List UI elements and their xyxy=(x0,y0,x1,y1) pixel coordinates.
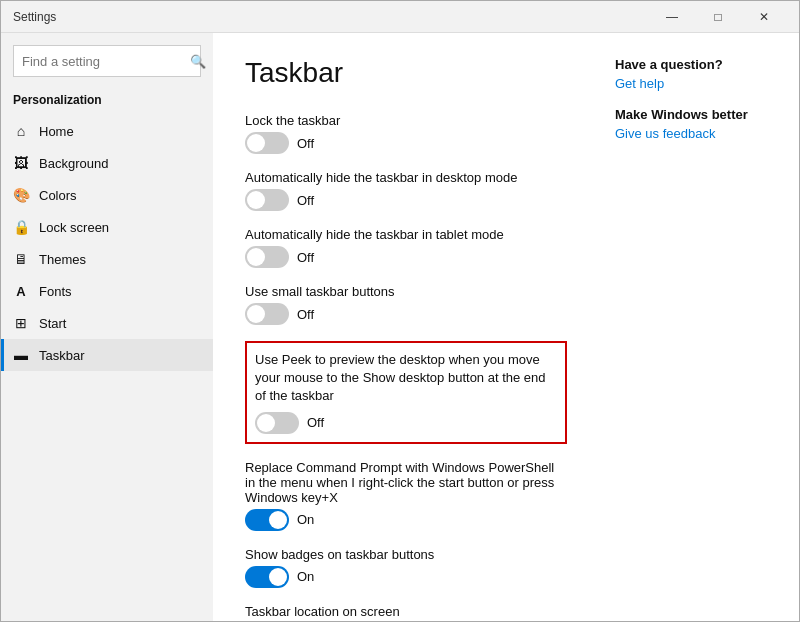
small-taskbar-label: Use small taskbar buttons xyxy=(245,284,567,299)
sidebar-item-start[interactable]: ⊞ Start xyxy=(1,307,213,339)
sidebar-section-title: Personalization xyxy=(1,89,213,115)
small-taskbar-toggle-row: Off xyxy=(245,303,567,325)
peek-label: Use Peek to preview the desktop when you… xyxy=(255,351,557,406)
window-title: Settings xyxy=(13,10,649,24)
search-box[interactable]: 🔍 xyxy=(13,45,201,77)
sidebar-item-label: Lock screen xyxy=(39,220,109,235)
title-bar: Settings — □ ✕ xyxy=(1,1,799,33)
search-input[interactable] xyxy=(22,54,190,69)
powershell-toggle[interactable] xyxy=(245,509,289,531)
give-feedback-link[interactable]: Give us feedback xyxy=(615,126,783,141)
lock-taskbar-setting: Lock the taskbar Off xyxy=(245,113,567,154)
auto-hide-desktop-toggle-row: Off xyxy=(245,189,567,211)
page-title: Taskbar xyxy=(245,57,567,89)
themes-icon: 🖥 xyxy=(13,251,29,267)
start-icon: ⊞ xyxy=(13,315,29,331)
powershell-setting: Replace Command Prompt with Windows Powe… xyxy=(245,460,567,531)
small-taskbar-setting: Use small taskbar buttons Off xyxy=(245,284,567,325)
sidebar-item-lock-screen[interactable]: 🔒 Lock screen xyxy=(1,211,213,243)
background-icon: 🖼 xyxy=(13,155,29,171)
sidebar-item-colors[interactable]: 🎨 Colors xyxy=(1,179,213,211)
minimize-button[interactable]: — xyxy=(649,1,695,33)
sidebar-item-home[interactable]: ⌂ Home xyxy=(1,115,213,147)
badges-status: On xyxy=(297,569,314,584)
lock-icon: 🔒 xyxy=(13,219,29,235)
toggle-knob xyxy=(247,191,265,209)
window-content: 🔍 Personalization ⌂ Home 🖼 Background 🎨 … xyxy=(1,33,799,621)
colors-icon: 🎨 xyxy=(13,187,29,203)
main-content: Taskbar Lock the taskbar Off Automatical… xyxy=(213,33,599,621)
feedback-title: Make Windows better xyxy=(615,107,783,122)
window-controls: — □ ✕ xyxy=(649,1,787,33)
sidebar-item-label: Fonts xyxy=(39,284,72,299)
sidebar-item-themes[interactable]: 🖥 Themes xyxy=(1,243,213,275)
sidebar-item-label: Background xyxy=(39,156,108,171)
sidebar-item-fonts[interactable]: A Fonts xyxy=(1,275,213,307)
powershell-label: Replace Command Prompt with Windows Powe… xyxy=(245,460,567,505)
sidebar: 🔍 Personalization ⌂ Home 🖼 Background 🎨 … xyxy=(1,33,213,621)
small-taskbar-toggle[interactable] xyxy=(245,303,289,325)
auto-hide-desktop-status: Off xyxy=(297,193,314,208)
badges-toggle-row: On xyxy=(245,566,567,588)
peek-setting-highlighted: Use Peek to preview the desktop when you… xyxy=(245,341,567,444)
get-help-link[interactable]: Get help xyxy=(615,76,783,91)
toggle-knob xyxy=(269,568,287,586)
auto-hide-desktop-setting: Automatically hide the taskbar in deskto… xyxy=(245,170,567,211)
sidebar-item-label: Home xyxy=(39,124,74,139)
badges-label: Show badges on taskbar buttons xyxy=(245,547,567,562)
settings-window: Settings — □ ✕ 🔍 Personalization ⌂ Home … xyxy=(0,0,800,622)
auto-hide-tablet-label: Automatically hide the taskbar in tablet… xyxy=(245,227,567,242)
auto-hide-tablet-status: Off xyxy=(297,250,314,265)
badges-setting: Show badges on taskbar buttons On xyxy=(245,547,567,588)
maximize-button[interactable]: □ xyxy=(695,1,741,33)
sidebar-item-label: Taskbar xyxy=(39,348,85,363)
lock-taskbar-toggle-row: Off xyxy=(245,132,567,154)
fonts-icon: A xyxy=(13,283,29,299)
sidebar-item-label: Themes xyxy=(39,252,86,267)
taskbar-icon: ▬ xyxy=(13,347,29,363)
lock-taskbar-status: Off xyxy=(297,136,314,151)
toggle-knob xyxy=(247,305,265,323)
badges-toggle[interactable] xyxy=(245,566,289,588)
sidebar-item-background[interactable]: 🖼 Background xyxy=(1,147,213,179)
peek-toggle-row: Off xyxy=(255,412,557,434)
sidebar-item-label: Start xyxy=(39,316,66,331)
auto-hide-desktop-label: Automatically hide the taskbar in deskto… xyxy=(245,170,567,185)
lock-taskbar-label: Lock the taskbar xyxy=(245,113,567,128)
lock-taskbar-toggle[interactable] xyxy=(245,132,289,154)
toggle-knob xyxy=(269,511,287,529)
peek-status: Off xyxy=(307,415,324,430)
help-title: Have a question? xyxy=(615,57,783,72)
sidebar-item-label: Colors xyxy=(39,188,77,203)
auto-hide-tablet-toggle-row: Off xyxy=(245,246,567,268)
toggle-knob xyxy=(247,248,265,266)
sidebar-item-taskbar[interactable]: ▬ Taskbar xyxy=(1,339,213,371)
home-icon: ⌂ xyxy=(13,123,29,139)
toggle-knob xyxy=(257,414,275,432)
taskbar-location-label: Taskbar location on screen xyxy=(245,604,567,619)
close-button[interactable]: ✕ xyxy=(741,1,787,33)
taskbar-location-row: Taskbar location on screen Bottom ▾ xyxy=(245,604,567,621)
right-panel: Have a question? Get help Make Windows b… xyxy=(599,33,799,621)
peek-toggle[interactable] xyxy=(255,412,299,434)
small-taskbar-status: Off xyxy=(297,307,314,322)
auto-hide-tablet-toggle[interactable] xyxy=(245,246,289,268)
search-icon: 🔍 xyxy=(190,54,206,69)
toggle-knob xyxy=(247,134,265,152)
powershell-status: On xyxy=(297,512,314,527)
auto-hide-tablet-setting: Automatically hide the taskbar in tablet… xyxy=(245,227,567,268)
auto-hide-desktop-toggle[interactable] xyxy=(245,189,289,211)
powershell-toggle-row: On xyxy=(245,509,567,531)
